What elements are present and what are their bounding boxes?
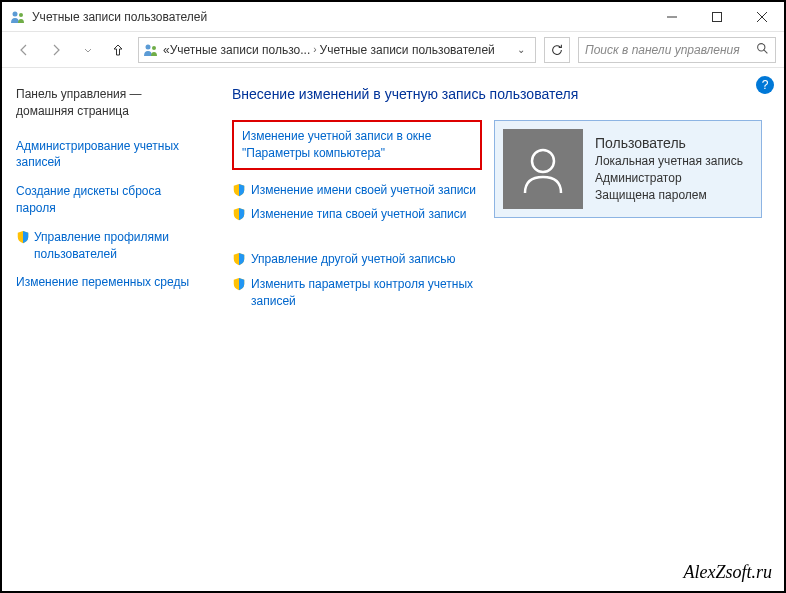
recent-dropdown[interactable] xyxy=(74,36,102,64)
users-icon xyxy=(143,42,159,58)
breadcrumb-item-2[interactable]: Учетные записи пользователей xyxy=(320,43,495,57)
refresh-button[interactable] xyxy=(544,37,570,63)
svg-rect-3 xyxy=(712,12,721,21)
main: Внесение изменений в учетную запись поль… xyxy=(212,68,784,591)
user-account-type: Локальная учетная запись xyxy=(595,153,743,170)
shield-icon xyxy=(232,183,246,197)
sidebar-manage-profiles[interactable]: Управление профилями пользователей xyxy=(16,229,198,263)
shield-icon xyxy=(232,207,246,221)
sidebar-env-vars[interactable]: Изменение переменных среды xyxy=(16,274,198,291)
svg-point-10 xyxy=(532,150,554,172)
user-info: Пользователь Локальная учетная запись Ад… xyxy=(595,129,743,203)
users-icon xyxy=(10,9,26,25)
svg-point-8 xyxy=(758,43,765,50)
svg-point-0 xyxy=(13,11,18,16)
change-account-pc-settings[interactable]: Изменение учетной записи в окне "Парамет… xyxy=(242,128,472,162)
up-button[interactable] xyxy=(106,36,130,64)
breadcrumb[interactable]: « Учетные записи пользо... › Учетные зап… xyxy=(138,37,536,63)
shield-icon xyxy=(16,230,30,244)
breadcrumb-item-1[interactable]: Учетные записи пользо... xyxy=(170,43,311,57)
user-role: Администратор xyxy=(595,170,743,187)
change-uac-settings[interactable]: Изменить параметры контроля учетных запи… xyxy=(232,276,482,310)
svg-point-6 xyxy=(146,44,151,49)
page-title: Внесение изменений в учетную запись поль… xyxy=(232,86,764,102)
user-name: Пользователь xyxy=(595,135,743,151)
svg-line-9 xyxy=(764,50,767,53)
manage-another-account[interactable]: Управление другой учетной записью xyxy=(232,251,482,268)
sidebar-reset-disk[interactable]: Создание дискеты сброса пароля xyxy=(16,183,198,217)
chevron-right-icon: › xyxy=(313,44,316,55)
forward-button[interactable] xyxy=(42,36,70,64)
minimize-button[interactable] xyxy=(649,2,694,32)
titlebar: Учетные записи пользователей xyxy=(2,2,784,32)
watermark: AlexZsoft.ru xyxy=(684,562,773,583)
sidebar-admin-accounts[interactable]: Администрирование учетных записей xyxy=(16,138,198,172)
highlighted-action: Изменение учетной записи в окне "Парамет… xyxy=(232,120,482,170)
control-panel-home-link[interactable]: Панель управления — домашняя страница xyxy=(16,86,198,120)
window: Учетные записи пользователей « Учетные з… xyxy=(2,2,784,591)
user-card: Пользователь Локальная учетная запись Ад… xyxy=(494,120,762,218)
maximize-button[interactable] xyxy=(694,2,739,32)
content: ? Панель управления — домашняя страница … xyxy=(2,68,784,591)
close-button[interactable] xyxy=(739,2,784,32)
sidebar: Панель управления — домашняя страница Ад… xyxy=(2,68,212,591)
search-icon xyxy=(756,42,769,58)
help-icon[interactable]: ? xyxy=(756,76,774,94)
svg-point-7 xyxy=(152,46,156,50)
svg-point-1 xyxy=(19,13,23,17)
actions-column: Изменение учетной записи в окне "Парамет… xyxy=(232,120,482,318)
breadcrumb-dropdown[interactable]: ⌄ xyxy=(511,44,531,55)
change-account-name[interactable]: Изменение имени своей учетной записи xyxy=(232,182,482,199)
window-title: Учетные записи пользователей xyxy=(32,10,649,24)
avatar xyxy=(503,129,583,209)
search-input[interactable]: Поиск в панели управления xyxy=(578,37,776,63)
back-button[interactable] xyxy=(10,36,38,64)
breadcrumb-prefix: « xyxy=(163,43,170,57)
user-password-status: Защищена паролем xyxy=(595,187,743,204)
navbar: « Учетные записи пользо... › Учетные зап… xyxy=(2,32,784,68)
shield-icon xyxy=(232,277,246,291)
change-account-type[interactable]: Изменение типа своей учетной записи xyxy=(232,206,482,223)
search-placeholder: Поиск в панели управления xyxy=(585,43,756,57)
shield-icon xyxy=(232,252,246,266)
